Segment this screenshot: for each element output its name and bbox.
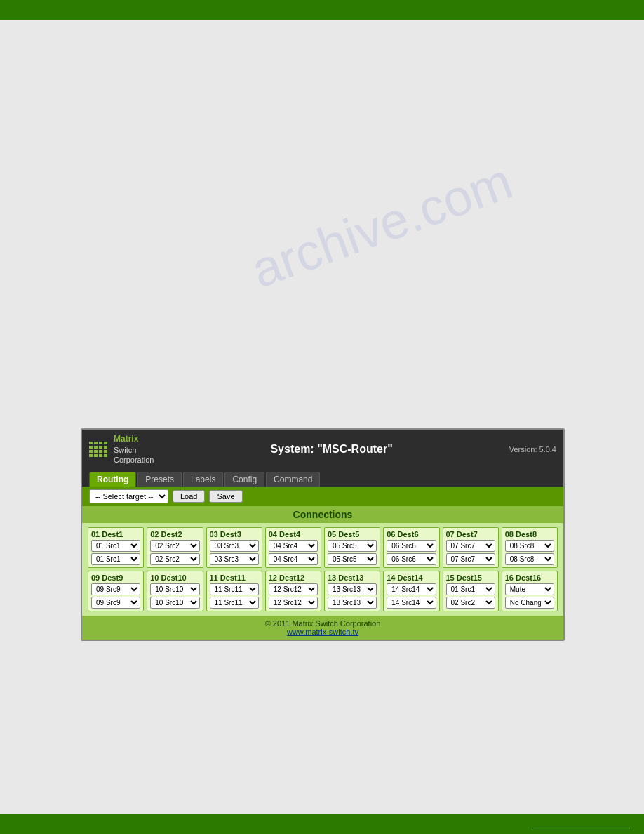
dest-select2-15[interactable]: 02 Src2 [446,597,495,609]
dest-label-9: 09 Dest9 [91,574,140,582]
dest-select2-4[interactable]: 04 Src4 [269,553,318,565]
top-bar [0,0,644,20]
dest-cell-12: 12 Dest1212 Src1212 Src12 [265,571,321,611]
logo-area: Matrix Switch Corporation [89,434,154,465]
nav-tabs: Routing Presets Labels Config Command [82,469,563,486]
dest-cell-3: 03 Dest303 Src303 Src3 [206,527,262,568]
toolbar: -- Select target -- Load Save [82,486,563,506]
dest-select2-10[interactable]: 10 Src10 [150,597,199,609]
dest-select2-8[interactable]: 08 Src8 [505,553,554,565]
dest-select2-6[interactable]: 06 Src6 [387,553,436,565]
dest-select1-8[interactable]: 08 Src8 [505,540,554,552]
dest-cell-9: 09 Dest909 Src909 Src9 [88,571,144,611]
dest-select1-15[interactable]: 01 Src1 [446,583,495,595]
dest-label-12: 12 Dest12 [269,574,318,582]
dest-cell-7: 07 Dest707 Src707 Src7 [443,527,499,568]
dest-select2-1[interactable]: 01 Src1 [91,553,140,565]
dest-select1-1[interactable]: 01 Src1 [91,540,140,552]
logo-text: Matrix Switch Corporation [114,434,154,465]
dest-select1-12[interactable]: 12 Src12 [269,583,318,595]
dest-select2-13[interactable]: 13 Src13 [328,597,377,609]
dest-select1-13[interactable]: 13 Src13 [328,583,377,595]
dest-select1-4[interactable]: 04 Src4 [269,540,318,552]
dest-label-15: 15 Dest15 [446,574,495,582]
tab-presets[interactable]: Presets [137,472,182,486]
dest-cell-2: 02 Dest202 Src202 Src2 [147,527,203,568]
dest-cell-14: 14 Dest1414 Src1414 Src14 [383,571,439,611]
dest-select2-12[interactable]: 12 Src12 [269,597,318,609]
connections-grid: 01 Dest101 Src101 Src102 Dest202 Src202 … [82,523,563,616]
dest-cell-6: 06 Dest606 Src606 Src6 [383,527,439,568]
logo-line1: Matrix [114,434,154,445]
dest-select2-11[interactable]: 11 Src11 [210,597,259,609]
panel-header: Matrix Switch Corporation System: "MSC-R… [82,430,563,469]
dest-select2-14[interactable]: 14 Src14 [387,597,436,609]
tab-config[interactable]: Config [224,472,264,486]
dest-label-8: 08 Dest8 [505,530,554,538]
dest-cell-5: 05 Dest505 Src505 Src5 [324,527,380,568]
dest-select1-2[interactable]: 02 Src2 [150,540,199,552]
target-select[interactable]: -- Select target -- [89,489,168,503]
dest-cell-1: 01 Dest101 Src101 Src1 [88,527,144,568]
tab-routing[interactable]: Routing [89,472,136,486]
tab-command[interactable]: Command [266,472,320,486]
dest-select1-16[interactable]: Mute [505,583,554,595]
dest-label-11: 11 Dest11 [210,574,259,582]
dest-cell-11: 11 Dest1111 Src1111 Src11 [206,571,262,611]
dest-cell-4: 04 Dest404 Src404 Src4 [265,527,321,568]
bottom-bar-text: _______________________ [531,820,630,828]
dest-select2-3[interactable]: 03 Src3 [210,553,259,565]
dest-label-1: 01 Dest1 [91,530,140,538]
save-button[interactable]: Save [209,490,242,503]
dest-select1-9[interactable]: 09 Src9 [91,583,140,595]
dest-select2-5[interactable]: 05 Src5 [328,553,377,565]
connections-heading: Connections [82,506,563,523]
footer-copyright: © 2011 Matrix Switch Corporation [86,619,560,628]
dest-select1-3[interactable]: 03 Src3 [210,540,259,552]
panel-footer: © 2011 Matrix Switch Corporation www.mat… [82,616,563,640]
tab-labels[interactable]: Labels [183,472,223,486]
main-panel: Matrix Switch Corporation System: "MSC-R… [81,428,565,641]
logo-grid-icon [89,442,108,458]
watermark: archive.com [244,152,520,299]
panel-title: System: "MSC-Router" [154,443,509,456]
load-button[interactable]: Load [173,490,205,503]
dest-cell-10: 10 Dest1010 Src1010 Src10 [147,571,203,611]
dest-label-5: 05 Dest5 [328,530,377,538]
dest-label-10: 10 Dest10 [150,574,199,582]
dest-select1-10[interactable]: 10 Src10 [150,583,199,595]
dest-label-14: 14 Dest14 [387,574,436,582]
dest-select1-11[interactable]: 11 Src11 [210,583,259,595]
footer-link[interactable]: www.matrix-switch.tv [287,628,358,636]
bottom-bar: _______________________ [0,814,644,834]
dest-cell-15: 15 Dest1501 Src102 Src2 [443,571,499,611]
dest-select2-9[interactable]: 09 Src9 [91,597,140,609]
dest-cell-13: 13 Dest1313 Src1313 Src13 [324,571,380,611]
dest-select2-2[interactable]: 02 Src2 [150,553,199,565]
logo-line3: Corporation [114,455,154,465]
dest-select1-14[interactable]: 14 Src14 [387,583,436,595]
dest-label-16: 16 Dest16 [505,574,554,582]
logo-line2: Switch [114,445,154,455]
dest-cell-16: 16 Dest16MuteNo Change [502,571,558,611]
panel-version: Version: 5.0.4 [509,445,556,454]
dest-select2-16[interactable]: No Change [505,597,554,609]
dest-label-4: 04 Dest4 [269,530,318,538]
dest-label-7: 07 Dest7 [446,530,495,538]
dest-select1-7[interactable]: 07 Src7 [446,540,495,552]
dest-label-6: 06 Dest6 [387,530,436,538]
dest-select2-7[interactable]: 07 Src7 [446,553,495,565]
dest-cell-8: 08 Dest808 Src808 Src8 [502,527,558,568]
dest-label-2: 02 Dest2 [150,530,199,538]
dest-label-3: 03 Dest3 [210,530,259,538]
dest-select1-6[interactable]: 06 Src6 [387,540,436,552]
dest-label-13: 13 Dest13 [328,574,377,582]
dest-select1-5[interactable]: 05 Src5 [328,540,377,552]
